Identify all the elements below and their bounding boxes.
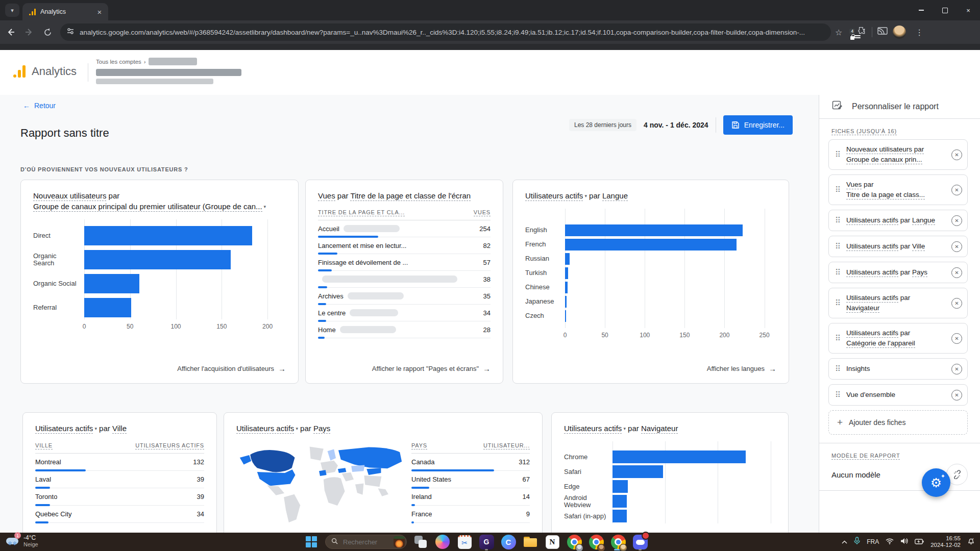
add-fiches-button[interactable]: + Ajouter des fiches [828, 410, 968, 435]
taskbar-search-input[interactable] [342, 538, 389, 546]
drag-handle-icon[interactable]: ⠿ [835, 364, 841, 373]
browser-menu-icon[interactable]: ⋮ [911, 28, 927, 37]
drag-handle-icon[interactable]: ⠿ [835, 216, 841, 225]
column-header[interactable]: TITRE DE LA PAGE ET CLA... [318, 209, 405, 216]
card-title[interactable]: Utilisateurs actifs▾ par Langue [525, 190, 776, 202]
forward-button[interactable] [21, 24, 37, 40]
column-header[interactable]: UTILISATEUR... [483, 442, 530, 449]
taskbar-chrome-profile-2-icon[interactable] [588, 533, 604, 551]
address-bar[interactable]: analytics.google.com/analytics/web/#/p36… [60, 23, 831, 41]
fireplace-thumbnail[interactable] [394, 536, 405, 547]
taskbar-g-app-icon[interactable]: G [478, 533, 495, 551]
drag-handle-icon[interactable]: ⠿ [835, 185, 841, 194]
column-header[interactable]: PAYS [411, 442, 427, 449]
fiche-card[interactable]: ⠿Vue d'ensemble✕ [828, 384, 968, 406]
back-link[interactable]: ← Retour [23, 102, 56, 110]
browser-tab-analytics[interactable]: Analytics × [22, 3, 108, 20]
table-row[interactable]: Archives35 [318, 288, 491, 305]
window-close-button[interactable]: × [957, 0, 980, 20]
card-title[interactable]: Nouveaux utilisateurs parGroupe de canau… [33, 190, 286, 212]
table-row[interactable]: Accueil254 [318, 220, 491, 237]
card-title[interactable]: Utilisateurs actifs▾ par Ville [35, 423, 204, 434]
remove-fiche-icon[interactable]: ✕ [951, 333, 962, 344]
tab-search-button[interactable]: ▾ [5, 4, 19, 17]
volume-icon[interactable] [900, 537, 908, 546]
reload-button[interactable] [40, 24, 55, 40]
wifi-icon[interactable] [886, 537, 894, 546]
window-minimize-button[interactable] [910, 0, 933, 20]
drag-handle-icon[interactable]: ⠿ [835, 390, 841, 399]
ga-logo[interactable]: Analytics [12, 64, 77, 79]
table-row[interactable]: Home28 [318, 321, 491, 338]
taskbar-clock[interactable]: 16:55 2024-12-02 [930, 535, 961, 548]
table-row[interactable]: Lancement et mise en lectur...82 [318, 237, 491, 254]
table-row[interactable]: France9 [411, 506, 530, 523]
remove-fiche-icon[interactable]: ✕ [951, 390, 962, 400]
account-switcher[interactable]: Tous les comptes › [96, 58, 241, 84]
card-title[interactable]: Utilisateurs actifs▾ par Navigateur [564, 423, 776, 434]
fiche-card[interactable]: ⠿Nouveaux utilisateurs parGroupe de cana… [828, 139, 968, 170]
keyboard-language[interactable]: FRA [867, 538, 879, 545]
fiche-card[interactable]: ⠿Insights✕ [828, 358, 968, 380]
remove-fiche-icon[interactable]: ✕ [951, 185, 962, 195]
table-row[interactable]: Toronto39 [35, 488, 204, 506]
microphone-icon[interactable] [854, 537, 860, 547]
taskbar-copilot-icon[interactable] [434, 533, 451, 551]
table-row[interactable]: Montreal132 [35, 454, 204, 471]
fiche-card[interactable]: ⠿Utilisateurs actifs par Ville✕ [828, 236, 968, 257]
drag-handle-icon[interactable]: ⠿ [835, 150, 841, 159]
table-row[interactable]: United States67 [411, 471, 530, 488]
card-footer-link[interactable]: Afficher les langues→ [707, 359, 776, 373]
card-title[interactable]: Utilisateurs actifs▾ par Pays [236, 423, 530, 434]
drag-handle-icon[interactable]: ⠿ [835, 242, 841, 251]
site-settings-icon[interactable] [66, 27, 75, 37]
save-button[interactable]: Enregistrer... [723, 115, 793, 135]
fiche-card[interactable]: ⠿Utilisateurs actifs par Pays✕ [828, 262, 968, 283]
taskbar-chrome-profile-1-icon[interactable] [566, 533, 582, 551]
table-row[interactable]: Ireland14 [411, 488, 530, 506]
weather-widget[interactable]: ❄❄ 1 -4°C Neige [5, 534, 38, 548]
remove-fiche-icon[interactable]: ✕ [951, 149, 962, 160]
remove-fiche-icon[interactable]: ✕ [951, 215, 962, 226]
table-row[interactable]: Le centre34 [318, 305, 491, 321]
column-header[interactable]: VILLE [35, 442, 53, 449]
drag-handle-icon[interactable]: ⠿ [835, 268, 841, 277]
column-header[interactable]: UTILISATEURS ACTIFS [135, 442, 204, 449]
drag-handle-icon[interactable]: ⠿ [835, 334, 841, 343]
taskbar-search[interactable] [325, 535, 407, 549]
taskbar-c-app-icon[interactable]: C [500, 533, 517, 551]
table-row[interactable]: Canada312 [411, 454, 530, 471]
remove-fiche-icon[interactable]: ✕ [951, 241, 962, 252]
taskbar-chrome-profile-3-icon[interactable] [610, 533, 626, 551]
taskbar-discord-icon[interactable] [632, 533, 648, 551]
table-row[interactable]: 38 [318, 271, 491, 288]
start-button[interactable] [303, 533, 320, 551]
taskbar-file-explorer-icon[interactable] [522, 533, 538, 551]
tray-chevron-up-icon[interactable] [842, 540, 847, 544]
table-row[interactable]: Quebec City34 [35, 506, 204, 523]
date-range[interactable]: 4 nov. - 1 déc. 2024 [644, 121, 708, 129]
browser-profile-avatar[interactable] [893, 26, 906, 39]
remove-fiche-icon[interactable]: ✕ [951, 267, 962, 278]
card-title[interactable]: Vues par Titre de la page et classe de l… [318, 190, 491, 201]
date-preset-chip[interactable]: Les 28 derniers jours [569, 119, 636, 131]
table-row[interactable]: Laval39 [35, 471, 204, 488]
remove-fiche-icon[interactable]: ✕ [951, 298, 962, 309]
window-maximize-button[interactable] [933, 0, 957, 20]
bookmark-star-icon[interactable]: ☆ [835, 28, 842, 37]
notification-bell-icon[interactable]: z [967, 537, 975, 547]
taskbar-snipping-tool-icon[interactable]: ✂ [456, 533, 473, 551]
card-footer-link[interactable]: Afficher l'acquisition d'utilisateurs→ [177, 359, 286, 373]
battery-icon[interactable] [915, 537, 924, 546]
table-row[interactable]: Finissage et dévoilement de ...57 [318, 254, 491, 271]
column-header[interactable]: VUES [474, 209, 491, 216]
tab-close-icon[interactable]: × [95, 7, 104, 16]
fiche-card[interactable]: ⠿Utilisateurs actifs parCatégorie de l'a… [828, 323, 968, 354]
back-button[interactable] [3, 24, 18, 40]
taskbar-task-view-icon[interactable] [412, 533, 429, 551]
dropdown-caret-icon[interactable]: ▾ [264, 202, 266, 212]
fiche-card[interactable]: ⠿Utilisateurs actifs parNavigateur✕ [828, 288, 968, 318]
fiche-card[interactable]: ⠿Vues parTitre de la page et class...✕ [828, 174, 968, 205]
fiche-card[interactable]: ⠿Utilisateurs actifs par Langue✕ [828, 210, 968, 231]
card-footer-link[interactable]: Afficher le rapport "Pages et écrans"→ [372, 359, 491, 373]
